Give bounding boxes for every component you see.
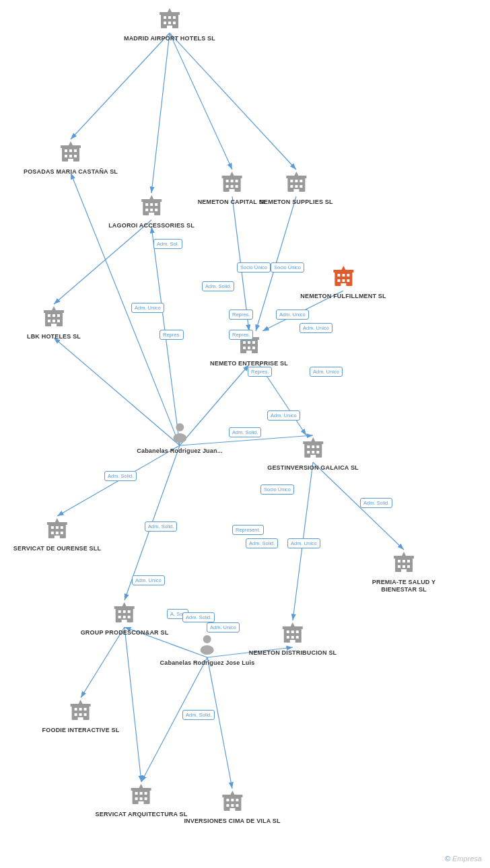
svg-rect-120 [316,451,319,454]
svg-rect-65 [236,185,238,188]
building-icon [140,195,163,221]
svg-rect-143 [123,616,126,618]
badge-20: Adm. Solid. [145,521,177,532]
svg-line-22 [81,627,125,698]
svg-rect-117 [316,445,319,448]
person-icon [196,632,219,658]
svg-rect-32 [173,22,176,24]
building-icon [221,172,244,197]
node-gestinversion: GESTINVERSION GALAICA SL [267,437,359,472]
svg-rect-151 [283,626,303,629]
svg-rect-195 [222,795,242,797]
svg-rect-155 [287,636,289,639]
node-label-inversiones_cima: INVERSIONES CIMA DE VILA SL [184,818,280,825]
svg-rect-66 [230,189,235,192]
svg-rect-41 [65,155,67,157]
node-label-posadas: POSADAS MARIA CASTAÑA SL [24,168,118,176]
svg-line-5 [54,220,151,304]
node-label-nemeton_capital: NEMETON CAPITAL SL [198,198,267,206]
svg-marker-147 [123,602,127,606]
svg-rect-50 [150,203,153,206]
svg-rect-28 [168,16,171,19]
svg-rect-168 [407,565,410,568]
svg-rect-95 [57,314,60,317]
svg-line-3 [170,33,296,170]
node-label-nemeton_supplies: NEMETON SUPPLIES SL [259,198,332,206]
svg-rect-198 [236,799,238,801]
node-label-group_prodescon: GROUP PRODESCON&AR SL [81,629,169,637]
building-icon [113,602,136,628]
badge-24: Adm. Unico [207,622,240,632]
svg-rect-61 [231,180,234,182]
svg-rect-88 [341,283,346,286]
svg-rect-39 [69,149,72,152]
svg-rect-178 [79,713,82,716]
svg-rect-134 [55,536,60,538]
node-madrid_airport: MADRID AIRPORT HOTELS SL [124,8,215,42]
svg-rect-63 [226,185,229,188]
svg-rect-97 [53,320,55,322]
svg-rect-94 [53,314,55,317]
badge-4: Repres. [229,310,253,320]
building-icon [332,266,355,291]
building-icon [221,791,244,816]
building-icon [42,306,65,332]
svg-marker-57 [149,195,153,199]
svg-rect-115 [307,445,310,448]
svg-rect-179 [84,713,87,716]
svg-rect-48 [141,199,162,202]
badge-3: Repres. [160,330,184,340]
node-label-foodie: FOODIE INTERACTIVE SL [42,727,120,734]
svg-rect-27 [164,16,166,19]
svg-marker-123 [311,437,315,441]
node-label-nemeton_fulfillment: NEMETON FULFILLMENT SL [300,293,386,300]
node-label-cabanelas_jose: Cabanelas Rodriguez Jose Luis [160,659,255,667]
svg-rect-197 [231,799,234,801]
svg-rect-107 [243,347,246,349]
building-icon [158,8,181,34]
badge-25: Adm. Solid. [182,710,215,720]
svg-rect-164 [403,560,405,563]
watermark: © Empresa [445,855,482,863]
svg-rect-141 [128,610,131,613]
badge-23: Adm. Solid. [182,612,215,622]
node-nemeton_fulfillment: NEMETON FULFILLMENT SL [300,266,386,300]
svg-line-4 [71,33,170,139]
node-lagoroi: LAGOROI ACCESSORIES SL [108,195,195,229]
svg-rect-99 [51,324,57,326]
svg-rect-73 [300,180,302,182]
svg-rect-177 [75,713,77,716]
svg-rect-128 [51,526,54,529]
node-posadas: POSADAS MARIA CASTAÑA SL [24,141,118,176]
svg-rect-109 [252,347,255,349]
badge-11: Repres. [248,367,272,377]
svg-rect-140 [123,610,126,613]
svg-rect-30 [164,22,166,24]
badge-13: Adm. Solid. [229,427,261,437]
node-label-premia_salud: PREMIA-TE SALUD Y BIENESTAR SL [361,579,447,593]
svg-rect-154 [296,630,299,633]
building-icon [130,784,153,809]
svg-line-23 [125,627,141,782]
node-lbk: LBK HOTELES SL [27,306,81,340]
svg-rect-158 [290,640,295,643]
svg-rect-37 [61,145,81,148]
svg-point-125 [173,433,186,443]
svg-rect-185 [135,792,138,795]
svg-marker-193 [139,784,143,788]
badge-16: Adm. Unico [287,538,320,548]
svg-rect-127 [47,522,67,525]
svg-rect-82 [337,274,340,277]
svg-rect-176 [84,708,87,711]
svg-rect-131 [51,532,54,534]
svg-marker-35 [168,8,172,12]
svg-marker-90 [341,266,345,270]
svg-rect-175 [79,708,82,711]
svg-rect-85 [337,279,340,282]
badge-9: Adm. Unico [300,323,332,333]
svg-rect-86 [342,279,345,282]
svg-rect-157 [296,636,299,639]
svg-rect-190 [145,797,147,800]
svg-rect-184 [131,788,151,791]
node-servicat_arq: SERVICAT ARQUITECTURA SL [96,784,188,818]
